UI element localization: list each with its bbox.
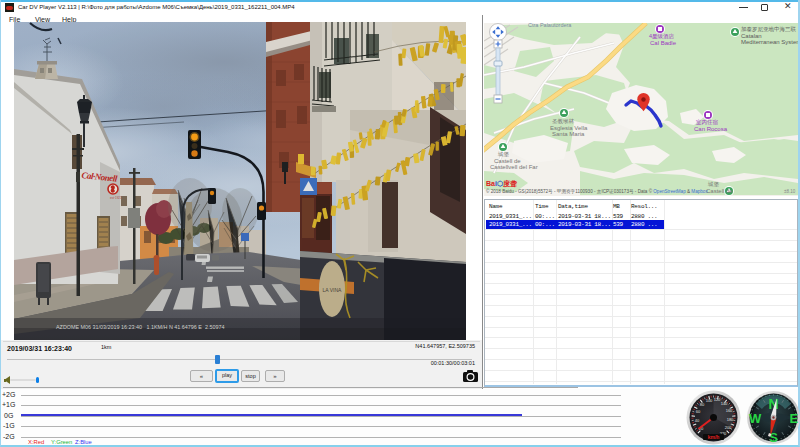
svg-text:Santa Maria: Santa Maria — [552, 131, 585, 137]
svg-text:180: 180 — [727, 417, 734, 422]
svg-text:AZDOME M06 31/03/2019 16:23:40: AZDOME M06 31/03/2019 16:23:40 1.1KM/H N… — [56, 324, 224, 330]
svg-text:Can Rocosa: Can Rocosa — [694, 126, 728, 132]
svg-text:城堡: 城堡 — [707, 181, 720, 187]
svg-text:160: 160 — [726, 408, 733, 413]
svg-text:100: 100 — [706, 398, 713, 403]
svg-text:140: 140 — [721, 401, 728, 406]
svg-text:km/h: km/h — [708, 434, 720, 440]
svg-text:60: 60 — [696, 409, 701, 414]
svg-text:Castellvell del Far: Castellvell del Far — [490, 164, 538, 170]
svg-text:±8.10: ±8.10 — [784, 189, 796, 194]
svg-text:W: W — [749, 411, 762, 426]
svg-text:80: 80 — [700, 402, 705, 407]
svg-text:Castell de: Castell de — [706, 188, 733, 194]
svg-text:城堡: 城堡 — [497, 151, 510, 157]
svg-text:Esglesia Vella: Esglesia Vella — [550, 125, 588, 131]
svg-text:Cal Badle: Cal Badle — [650, 40, 677, 46]
svg-text:Castell de: Castell de — [494, 158, 521, 164]
svg-text:40: 40 — [695, 418, 700, 423]
svg-text:Ctra Palautordera: Ctra Palautordera — [528, 23, 572, 28]
svg-text:Catalan: Catalan — [741, 33, 762, 39]
svg-text:E: E — [790, 411, 799, 426]
svg-text:Mediterranean System: Mediterranean System — [741, 39, 798, 45]
svg-text:200: 200 — [725, 425, 732, 430]
